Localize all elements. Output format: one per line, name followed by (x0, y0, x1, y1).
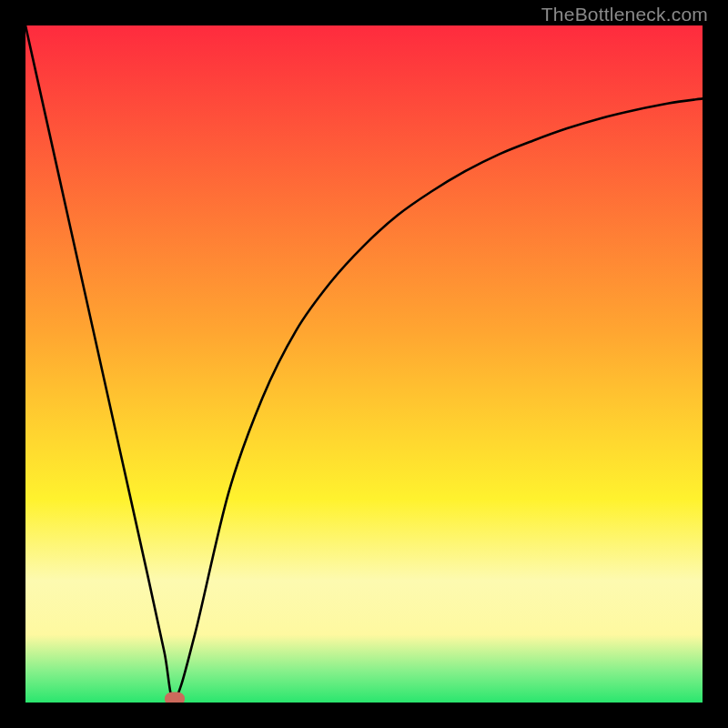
watermark-text: TheBottleneck.com (541, 4, 708, 25)
plot-area (25, 25, 703, 703)
chart-frame: TheBottleneck.com (0, 0, 728, 728)
bottleneck-curve (25, 25, 703, 699)
optimal-point-marker (165, 693, 185, 703)
curve-layer (25, 25, 703, 703)
